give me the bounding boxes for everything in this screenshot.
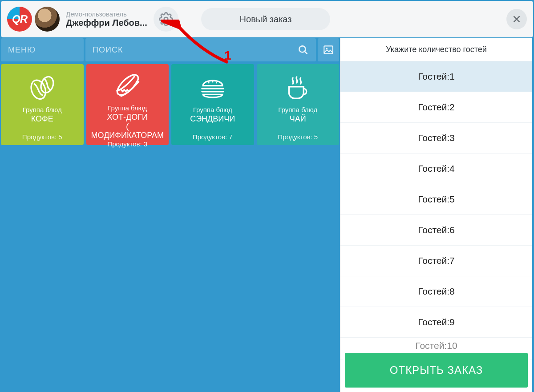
svg-rect-2 bbox=[324, 46, 333, 53]
close-icon bbox=[512, 15, 521, 24]
tile-count: Продуктов: 7 bbox=[193, 133, 233, 141]
search-icon bbox=[297, 44, 309, 56]
guests-panel: Укажите количество гостей Гостей: 1 Гост… bbox=[340, 38, 532, 392]
tile-name: ЧАЙ bbox=[290, 114, 306, 124]
coffee-bean-icon bbox=[27, 70, 58, 105]
tile-name: СЭНДВИЧИ bbox=[190, 114, 235, 124]
category-tiles: Группа блюд КОФЕ Продуктов: 5 Группа блю… bbox=[0, 61, 340, 145]
app-logo[interactable]: QR bbox=[7, 7, 32, 32]
svg-point-8 bbox=[216, 82, 217, 84]
new-order-label: Новый заказ bbox=[240, 14, 292, 24]
avatar[interactable] bbox=[35, 7, 60, 32]
guest-row-6[interactable]: Гостей: 6 bbox=[340, 215, 532, 246]
search-placeholder: ПОИСК bbox=[93, 45, 123, 55]
svg-point-0 bbox=[164, 17, 168, 21]
user-block[interactable]: Демо-пользователь Джеффри Лебов... bbox=[66, 10, 147, 28]
guest-row-4[interactable]: Гостей: 4 bbox=[340, 154, 532, 184]
tile-group-label: Группа блюд bbox=[278, 106, 317, 113]
open-order-label: ОТКРЫТЬ ЗАКАЗ bbox=[390, 364, 483, 376]
tile-count: Продуктов: 5 bbox=[278, 133, 318, 141]
main-area: МЕНЮ ПОИСК bbox=[0, 38, 534, 392]
guest-row-7[interactable]: Гостей: 7 bbox=[340, 246, 532, 276]
new-order-pill[interactable]: Новый заказ bbox=[201, 8, 330, 30]
open-order-wrap: ОТКРЫТЬ ЗАКАЗ bbox=[343, 351, 530, 389]
burger-icon bbox=[197, 70, 228, 105]
tile-group-label: Группа блюд bbox=[193, 106, 232, 113]
svg-point-3 bbox=[326, 48, 327, 49]
settings-button[interactable] bbox=[154, 7, 178, 32]
tile-count: Продуктов: 5 bbox=[22, 133, 62, 141]
guest-row-9[interactable]: Гостей: 9 bbox=[340, 307, 532, 338]
open-order-button[interactable]: ОТКРЫТЬ ЗАКАЗ bbox=[345, 353, 528, 388]
category-tile-tea[interactable]: Группа блюд ЧАЙ Продуктов: 5 bbox=[257, 64, 340, 145]
tile-count: Продуктов: 3 bbox=[107, 140, 147, 148]
guest-row-8[interactable]: Гостей: 8 bbox=[340, 276, 532, 307]
category-tile-hotdogs[interactable]: Группа блюд ХОТ-ДОГИ ( МОДИФИКАТОРАМ Про… bbox=[86, 64, 169, 145]
svg-point-7 bbox=[212, 81, 213, 82]
image-toggle-button[interactable] bbox=[318, 38, 339, 61]
gear-icon bbox=[159, 12, 173, 26]
image-icon bbox=[323, 44, 334, 56]
hotdog-icon bbox=[111, 70, 144, 103]
category-tile-sandwiches[interactable]: Группа блюд СЭНДВИЧИ Продуктов: 7 bbox=[171, 64, 254, 145]
menu-button[interactable]: МЕНЮ bbox=[1, 38, 84, 61]
tea-icon bbox=[282, 70, 313, 105]
user-role-label: Демо-пользователь bbox=[66, 10, 147, 18]
tile-name: ХОТ-ДОГИ ( МОДИФИКАТОРАМ bbox=[89, 113, 166, 140]
guest-row-2[interactable]: Гостей: 2 bbox=[340, 92, 532, 123]
svg-point-6 bbox=[208, 82, 209, 84]
user-name-label: Джеффри Лебов... bbox=[66, 18, 147, 28]
left-column: МЕНЮ ПОИСК bbox=[0, 38, 340, 392]
tile-group-label: Группа блюд bbox=[23, 106, 62, 113]
close-button[interactable] bbox=[506, 9, 527, 29]
guest-row-1[interactable]: Гостей: 1 bbox=[340, 61, 532, 92]
tile-group-label: Группа блюд bbox=[108, 104, 147, 112]
guests-header: Укажите количество гостей bbox=[340, 38, 532, 61]
app-logo-text: QR bbox=[7, 7, 32, 32]
guest-row-3[interactable]: Гостей: 3 bbox=[340, 123, 532, 154]
search-input[interactable]: ПОИСК bbox=[85, 38, 316, 61]
menu-bar: МЕНЮ ПОИСК bbox=[0, 38, 340, 61]
menu-label: МЕНЮ bbox=[8, 45, 36, 55]
tile-name: КОФЕ bbox=[31, 114, 53, 124]
header-bar: QR Демо-пользователь Джеффри Лебов... Но… bbox=[1, 1, 533, 37]
guest-row-5[interactable]: Гостей: 5 bbox=[340, 184, 532, 215]
guests-list[interactable]: Гостей: 1 Гостей: 2 Гостей: 3 Гостей: 4 … bbox=[340, 61, 532, 392]
category-tile-coffee[interactable]: Группа блюд КОФЕ Продуктов: 5 bbox=[1, 64, 84, 145]
